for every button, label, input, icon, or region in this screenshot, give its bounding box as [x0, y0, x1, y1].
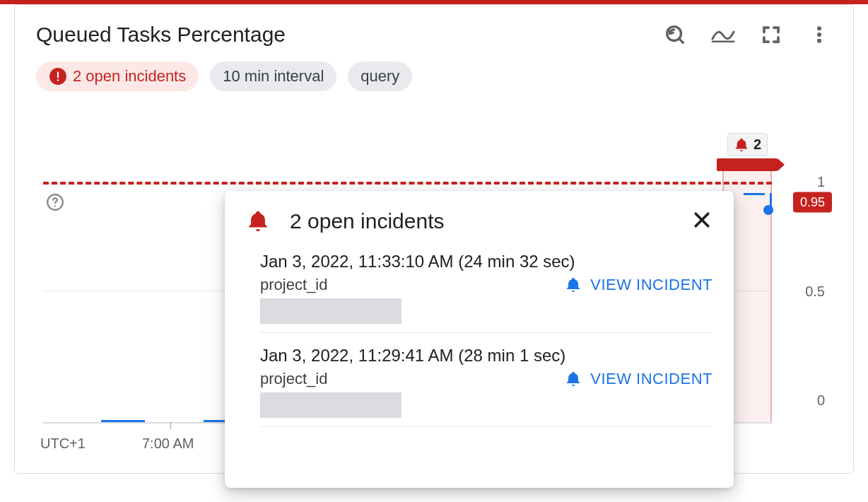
reset-zoom-button[interactable]	[662, 22, 688, 47]
reset-zoom-icon	[663, 23, 687, 47]
popup-header: 2 open incidents	[246, 209, 712, 233]
svg-point-3	[817, 26, 821, 30]
close-icon	[691, 209, 712, 230]
card-toolbar	[662, 22, 832, 47]
query-chip-label: query	[360, 67, 399, 86]
svg-point-10	[54, 205, 56, 206]
help-icon[interactable]	[46, 193, 64, 214]
incident-body: project_id VIEW INCIDENT	[260, 370, 712, 418]
incidents-chip[interactable]: 2 open incidents	[36, 62, 199, 91]
view-incident-label: VIEW INCIDENT	[590, 370, 712, 388]
incident-time: Jan 3, 2022, 11:29:41 AM (28 min 1 sec)	[260, 346, 712, 366]
y-label-top: 1	[817, 174, 825, 190]
bell-icon	[734, 137, 749, 153]
incident-list: Jan 3, 2022, 11:33:10 AM (24 min 32 sec)…	[260, 246, 712, 427]
alert-count: 2	[753, 136, 761, 153]
card-title: Queued Tasks Percentage	[36, 23, 286, 47]
popup-title: 2 open incidents	[290, 209, 445, 233]
popup-close-button[interactable]	[691, 209, 712, 233]
incident-row: Jan 3, 2022, 11:29:41 AM (28 min 1 sec) …	[260, 340, 712, 427]
error-icon	[49, 67, 67, 86]
redacted-value	[260, 298, 401, 324]
svg-rect-8	[57, 79, 59, 81]
bell-icon	[565, 370, 582, 387]
legend-toggle-button[interactable]	[710, 22, 736, 47]
bell-icon	[565, 276, 582, 293]
y-label-bottom: 0	[817, 392, 825, 409]
more-vert-icon	[809, 24, 830, 45]
chip-row: 2 open incidents 10 min interval query	[36, 62, 832, 91]
interval-chip[interactable]: 10 min interval	[210, 62, 336, 91]
x-label-tz: UTC+1	[40, 436, 86, 452]
redacted-value	[260, 392, 401, 418]
query-chip[interactable]: query	[348, 62, 412, 91]
incident-body: project_id VIEW INCIDENT	[260, 276, 712, 324]
series-segment	[101, 420, 145, 422]
fullscreen-button[interactable]	[758, 22, 784, 47]
x-label-1: 7:00 AM	[142, 436, 194, 452]
interval-chip-label: 10 min interval	[223, 67, 324, 86]
data-point[interactable]	[763, 205, 773, 215]
more-menu-button[interactable]	[807, 22, 832, 47]
legend-icon	[711, 27, 735, 42]
incident-field-label: project_id	[260, 370, 401, 388]
view-incident-link[interactable]: VIEW INCIDENT	[565, 276, 712, 294]
popup-title-wrap: 2 open incidents	[246, 209, 445, 233]
incidents-chip-label: 2 open incidents	[73, 67, 186, 86]
fullscreen-icon	[761, 24, 782, 45]
card-header: Queued Tasks Percentage	[36, 22, 832, 47]
svg-point-5	[817, 39, 821, 43]
incident-field-label: project_id	[260, 276, 401, 294]
incidents-popup: 2 open incidents Jan 3, 2022, 11:33:10 A…	[225, 191, 734, 488]
incident-details: project_id	[260, 276, 401, 324]
value-badge: 0.95	[793, 192, 832, 212]
incident-time: Jan 3, 2022, 11:33:10 AM (24 min 32 sec)	[260, 252, 712, 272]
svg-point-4	[817, 33, 821, 37]
series-line	[744, 193, 765, 195]
threshold-line	[43, 182, 772, 185]
bell-icon	[246, 209, 270, 233]
alert-bell-badge[interactable]: 2	[727, 133, 768, 156]
view-incident-link[interactable]: VIEW INCIDENT	[565, 370, 712, 388]
view-incident-label: VIEW INCIDENT	[590, 276, 712, 294]
x-tick	[170, 422, 171, 429]
incident-details: project_id	[260, 370, 401, 418]
incident-row: Jan 3, 2022, 11:33:10 AM (24 min 32 sec)…	[260, 246, 712, 333]
y-label-mid: 0.5	[805, 283, 825, 299]
y-axis: 1 0.5 0 0.95	[775, 136, 832, 424]
svg-line-1	[679, 39, 684, 43]
svg-rect-7	[57, 72, 59, 78]
